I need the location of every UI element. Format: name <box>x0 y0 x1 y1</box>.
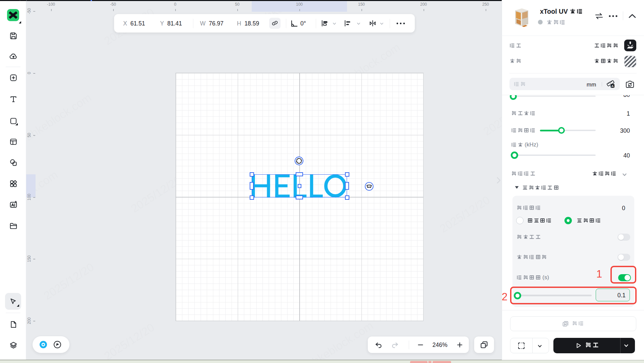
svg-text:A: A <box>611 84 614 88</box>
